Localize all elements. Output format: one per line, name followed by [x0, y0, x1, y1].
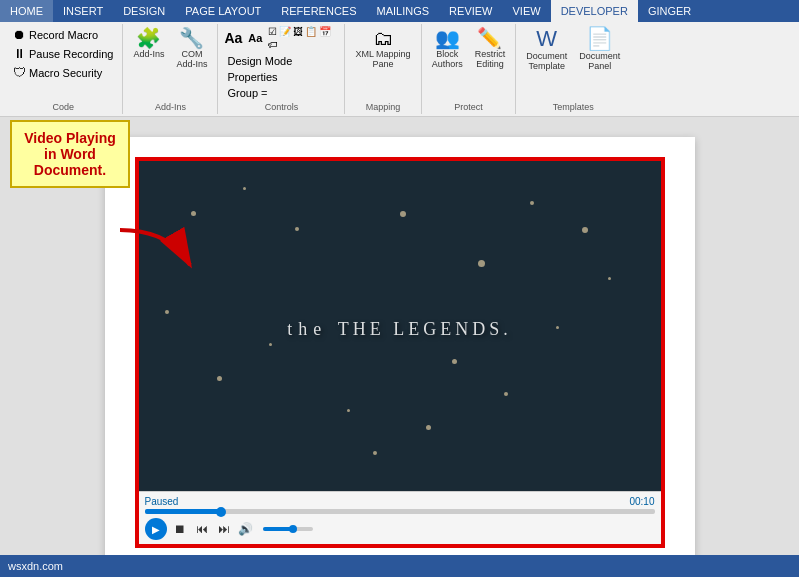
puzzle-icon: 🧩 [136, 28, 161, 48]
pause-recording-label: Pause Recording [29, 48, 113, 60]
group-addins: 🧩 Add-Ins 🔧 COM Add-Ins Add-Ins [123, 24, 218, 114]
checkbox-icon[interactable]: ☑ [268, 26, 277, 37]
group-mapping-content: 🗂 XML Mapping Pane [351, 26, 414, 100]
volume-button[interactable]: 🔊 [237, 520, 255, 538]
group-code-label: Code [52, 100, 74, 112]
image-control-icon[interactable]: 🖼 [293, 26, 303, 37]
statusbar-text: wsxdn.com [8, 560, 63, 572]
com-add-ins-button[interactable]: 🔧 COM Add-Ins [172, 26, 211, 71]
restrict-editing-label: Restrict Editing [475, 49, 506, 69]
com-add-ins-label: COM Add-Ins [176, 49, 207, 69]
group-protect: 👥 Block Authors ✏️ Restrict Editing Prot… [422, 24, 517, 114]
annotation-callout: Video Playing in Word Document. [10, 120, 130, 188]
group-controls-content: Aa Aa ☑ 📝 🖼 📋 📅 🏷 Design Mode [224, 26, 338, 100]
group-templates-label: Templates [553, 100, 594, 112]
volume-slider[interactable] [263, 527, 313, 531]
xml-icon: 🗂 [373, 28, 393, 48]
properties-button[interactable]: Properties [224, 70, 338, 84]
add-ins-button[interactable]: 🧩 Add-Ins [129, 26, 168, 61]
group-code: ⏺ Record Macro ⏸ Pause Recording 🛡 Macro… [4, 24, 123, 114]
group-protect-content: 👥 Block Authors ✏️ Restrict Editing [428, 26, 510, 100]
main-area: Video Playing in Word Document. [0, 117, 799, 577]
date-icon[interactable]: 📅 [319, 26, 331, 37]
group-controls-label: Controls [265, 100, 299, 112]
group-templates-content: W Document Template 📄 Document Panel [522, 26, 624, 100]
tab-view[interactable]: VIEW [503, 0, 551, 22]
macro-security-label: Macro Security [29, 67, 102, 79]
block-authors-icon: 👥 [435, 28, 460, 48]
progress-handle[interactable] [216, 507, 226, 517]
video-controls: Paused 00:10 ▶ ⏹ ⏮ ⏭ 🔊 [139, 491, 661, 544]
design-mode-aa-large[interactable]: Aa [224, 30, 242, 46]
record-macro-icon: ⏺ [13, 27, 26, 42]
tab-design[interactable]: DESIGN [113, 0, 175, 22]
doc-page: the THE LEGENDS. Paused 00:10 [105, 137, 695, 577]
group-mapping-label: Mapping [366, 100, 401, 112]
shield-icon: 🛡 [13, 65, 26, 80]
ribbon-tabs: HOME INSERT DESIGN PAGE LAYOUT REFERENCE… [0, 0, 701, 22]
pause-recording-button[interactable]: ⏸ Pause Recording [10, 45, 116, 62]
macro-security-button[interactable]: 🛡 Macro Security [10, 64, 116, 81]
tab-home[interactable]: HOME [0, 0, 53, 22]
volume-fill [263, 527, 293, 531]
textbox-icon[interactable]: 📝 [279, 26, 291, 37]
statusbar: wsxdn.com [0, 555, 799, 577]
restrict-icon: ✏️ [477, 28, 502, 48]
volume-handle[interactable] [289, 525, 297, 533]
document-panel-button[interactable]: 📄 Document Panel [575, 26, 624, 73]
group-templates: W Document Template 📄 Document Panel Tem… [516, 24, 630, 114]
tab-mailings[interactable]: MAILINGS [367, 0, 440, 22]
xml-mapping-label: XML Mapping Pane [355, 49, 410, 69]
block-authors-label: Block Authors [432, 49, 463, 69]
video-screen[interactable]: the THE LEGENDS. [139, 161, 661, 491]
design-mode-label: Design Mode [227, 55, 292, 67]
xml-mapping-button[interactable]: 🗂 XML Mapping Pane [351, 26, 414, 71]
stop-button[interactable]: ⏹ [171, 520, 189, 538]
tab-references[interactable]: REFERENCES [271, 0, 366, 22]
doc-panel-icon: 📄 [586, 28, 613, 50]
code-buttons: ⏺ Record Macro ⏸ Pause Recording 🛡 Macro… [10, 26, 116, 81]
ribbon-bar: HOME INSERT DESIGN PAGE LAYOUT REFERENCE… [0, 0, 799, 22]
design-mode-aa-small[interactable]: Aa [248, 32, 262, 44]
document-template-button[interactable]: W Document Template [522, 26, 571, 73]
record-macro-button[interactable]: ⏺ Record Macro [10, 26, 116, 43]
document-template-label: Document Template [526, 51, 567, 71]
list-icon[interactable]: 📋 [305, 26, 317, 37]
next-button[interactable]: ⏭ [215, 520, 233, 538]
play-button[interactable]: ▶ [145, 518, 167, 540]
document-panel-label: Document Panel [579, 51, 620, 71]
tab-review[interactable]: REVIEW [439, 0, 502, 22]
the-prefix: the [287, 319, 338, 339]
tab-insert[interactable]: INSERT [53, 0, 113, 22]
group-protect-label: Protect [454, 100, 483, 112]
design-mode-button[interactable]: Design Mode [224, 54, 338, 68]
progress-bar[interactable] [145, 509, 655, 514]
add-ins-label: Add-Ins [133, 49, 164, 59]
video-title-text: THE LEGENDS. [338, 319, 512, 339]
block-authors-button[interactable]: 👥 Block Authors [428, 26, 467, 71]
group-addins-content: 🧩 Add-Ins 🔧 COM Add-Ins [129, 26, 211, 100]
group-button[interactable]: Group = [224, 86, 338, 100]
group-code-content: ⏺ Record Macro ⏸ Pause Recording 🛡 Macro… [10, 26, 116, 100]
progress-fill [145, 509, 222, 514]
tab-page-layout[interactable]: PAGE LAYOUT [175, 0, 271, 22]
com-icon: 🔧 [179, 28, 204, 48]
toolbar: ⏺ Record Macro ⏸ Pause Recording 🛡 Macro… [0, 22, 799, 117]
properties-label: Properties [227, 71, 277, 83]
video-status: Paused [145, 496, 179, 507]
tag-icon[interactable]: 🏷 [268, 39, 278, 50]
annotation-text: Video Playing in Word Document. [24, 130, 116, 178]
annotation-arrow [110, 220, 210, 282]
controls-top: Paused 00:10 [145, 496, 655, 507]
tab-developer[interactable]: DEVELOPER [551, 0, 638, 22]
group-addins-label: Add-Ins [155, 100, 186, 112]
controls-bottom: ▶ ⏹ ⏮ ⏭ 🔊 [145, 518, 655, 540]
video-container: the THE LEGENDS. Paused 00:10 [135, 157, 665, 548]
group-label: Group = [227, 87, 267, 99]
prev-button[interactable]: ⏮ [193, 520, 211, 538]
restrict-editing-button[interactable]: ✏️ Restrict Editing [471, 26, 510, 71]
tab-ginger[interactable]: GINGER [638, 0, 701, 22]
pause-icon: ⏸ [13, 46, 26, 61]
record-macro-label: Record Macro [29, 29, 98, 41]
video-time: 00:10 [629, 496, 654, 507]
